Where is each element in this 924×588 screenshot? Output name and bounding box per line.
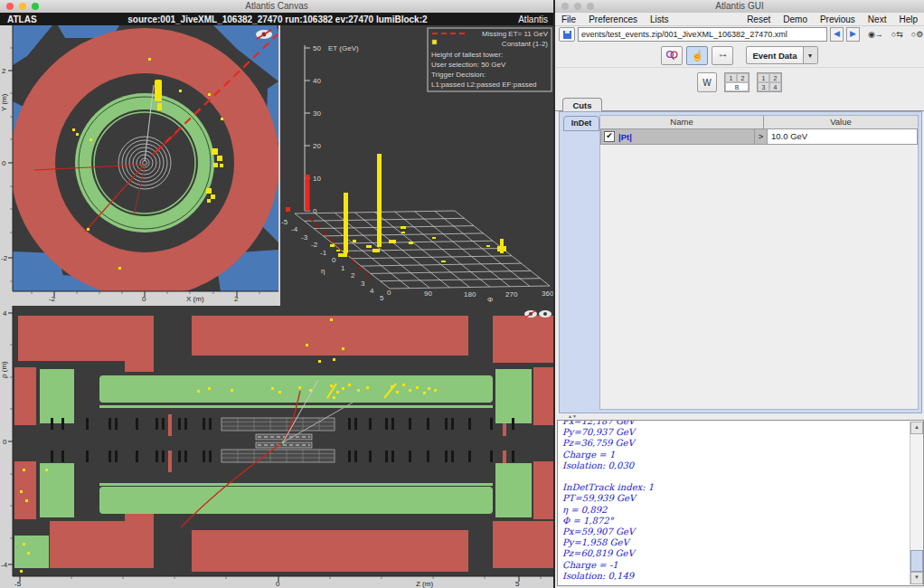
output-line: Pz=60,819 GeV	[562, 548, 907, 559]
minimize-icon[interactable]	[574, 3, 581, 10]
layout-cell: 1	[758, 73, 769, 82]
w-layout-button[interactable]: W	[697, 72, 717, 92]
layout-1-2-b-button[interactable]: 1 2 B	[724, 72, 750, 92]
event-loop-icon[interactable]: ○⇆	[891, 30, 903, 39]
pick-hand-tool-button[interactable]: ☝	[686, 46, 708, 65]
svg-text:Φ: Φ	[487, 296, 493, 304]
svg-text:20: 20	[313, 142, 321, 150]
scrollbar-thumb[interactable]	[910, 550, 923, 572]
atlas-label: ATLAS	[0, 14, 37, 24]
close-icon[interactable]	[561, 3, 569, 10]
mode-dropdown-label: Event Data	[747, 51, 802, 61]
svg-text:-4: -4	[291, 225, 298, 233]
menu-demo[interactable]: Demo	[777, 14, 814, 24]
magnifier-icon	[665, 50, 678, 61]
mode-dropdown[interactable]: Event Data ▼	[746, 46, 817, 64]
sync-cursor-icon: ⊶	[719, 52, 726, 60]
output-line: Φ = 1,872°	[562, 516, 907, 526]
event-source-info: source:001_JiveXML_106382_27470 run:1063…	[37, 14, 519, 24]
svg-text:L1:passed L2:passed EF:passed: L1:passed L2:passed EF:passed	[431, 81, 537, 89]
svg-text:-5: -5	[14, 580, 22, 588]
layout-cell: 1	[725, 73, 737, 82]
cut-operator-cell: >	[755, 129, 768, 145]
scroll-up-icon[interactable]: ▲	[910, 422, 923, 434]
svg-text:Y (m): Y (m)	[0, 93, 8, 111]
svg-text:Missing ET= 11 GeV: Missing ET= 11 GeV	[482, 30, 549, 38]
cut-value-field[interactable]: 10.0 GeV	[768, 129, 918, 145]
maximize-icon[interactable]	[587, 3, 594, 10]
menu-lists[interactable]: Lists	[644, 14, 675, 24]
event-file-path-field[interactable]: events/test_events.zip/001_JiveXML_10638…	[578, 27, 827, 42]
atlantis-label: Atlantis	[518, 14, 553, 24]
pt-cut-checkbox[interactable]: ✔	[604, 131, 615, 142]
svg-text:40: 40	[313, 77, 321, 85]
output-line	[562, 582, 907, 586]
svg-text:User selection: 50 GeV: User selection: 50 GeV	[431, 61, 506, 69]
svg-text:0: 0	[332, 256, 336, 264]
save-button[interactable]	[559, 27, 575, 42]
gui-traffic-lights[interactable]	[561, 3, 594, 10]
svg-text:-2: -2	[49, 295, 56, 303]
scroll-down-icon[interactable]: ▼	[910, 572, 923, 584]
svg-text:Constant (1-2): Constant (1-2)	[502, 40, 548, 48]
svg-text:-3: -3	[301, 233, 308, 242]
minimize-icon[interactable]	[19, 3, 26, 10]
column-name: Name	[600, 116, 764, 128]
canvas-titlebar[interactable]: Atlantis Canvas	[0, 0, 553, 14]
chevron-down-icon[interactable]: ▼	[803, 47, 817, 63]
svg-text:10: 10	[313, 175, 321, 183]
layout-cell: B	[725, 82, 749, 91]
lego-plot-view[interactable]: 50 ET (GeV) 40 30 20 10 0 -5 -4 -3 -2 -1…	[278, 25, 553, 306]
output-line: Px=59,907 GeV	[562, 526, 907, 537]
et-tower-2	[377, 154, 382, 247]
canvas-window: Atlantis Canvas ATLAS source:001_JiveXML…	[0, 0, 553, 588]
svg-text:3: 3	[361, 280, 365, 288]
event-step-icon[interactable]: ◉→	[868, 30, 883, 39]
output-line: Py=1,958 GeV	[562, 537, 907, 548]
menu-file[interactable]: File	[555, 14, 582, 24]
previous-event-button[interactable]: ◀	[830, 27, 844, 42]
svg-text:Trigger Decision:: Trigger Decision:	[431, 71, 486, 79]
svg-text:0: 0	[2, 159, 6, 167]
xy-projection-view[interactable]: 2 0 -2 Y (m) -2 0 2 X (m)	[0, 25, 278, 306]
menu-reset[interactable]: Reset	[740, 14, 777, 24]
event-header-bar: ATLAS source:001_JiveXML_106382_27470 ru…	[0, 13, 553, 25]
output-line: Isolation: 0,030	[562, 460, 907, 471]
panel-splitter[interactable]: ▲▼	[559, 413, 922, 420]
svg-text:0: 0	[3, 438, 7, 446]
traffic-lights[interactable]	[6, 3, 39, 10]
menu-help[interactable]: Help	[892, 14, 924, 24]
cut-name-cell: ✔ |Pt|	[600, 129, 755, 145]
gui-titlebar[interactable]: Atlantis GUI	[555, 0, 924, 14]
svg-text:X (m): X (m)	[186, 295, 204, 303]
maximize-icon[interactable]	[32, 3, 39, 10]
atlantis-application: Atlantis Canvas ATLAS source:001_JiveXML…	[0, 0, 924, 588]
xy-detector-graphics	[10, 25, 278, 298]
svg-text:-2: -2	[311, 241, 318, 249]
menu-previous[interactable]: Previous	[814, 14, 862, 24]
output-scrollbar[interactable]: ▲ ▼	[910, 422, 922, 584]
cuts-table: Name Value ✔ |Pt| > 10.0 GeV	[599, 115, 919, 410]
output-line: Px=12,187 GeV	[562, 420, 907, 427]
xy-visibility-eye-icon[interactable]	[256, 30, 272, 39]
svg-text:4: 4	[3, 309, 7, 318]
close-icon[interactable]	[6, 3, 14, 10]
cuts-table-header: Name Value	[600, 116, 918, 129]
svg-text:360: 360	[542, 289, 553, 298]
sync-tool-button[interactable]: ⊶	[712, 46, 733, 65]
svg-text:-4: -4	[1, 561, 8, 569]
output-line: Py=70,937 GeV	[562, 427, 907, 438]
rz-side-view[interactable]: 4 0 -4 ρ (m) -5 0 Z (m) 5	[0, 306, 553, 588]
tab-indet[interactable]: InDet	[563, 116, 599, 131]
svg-text:180: 180	[464, 290, 476, 299]
menu-next[interactable]: Next	[862, 14, 893, 24]
layout-cell: 4	[769, 82, 781, 91]
next-event-button[interactable]: ▶	[846, 27, 860, 42]
cut-row-pt[interactable]: ✔ |Pt| > 10.0 GeV	[600, 129, 918, 145]
output-line: PT=59,939 GeV	[562, 493, 907, 504]
layout-1-2-3-4-button[interactable]: 1 2 3 4	[757, 72, 782, 92]
zoom-tool-button[interactable]	[661, 46, 683, 65]
tab-cuts[interactable]: Cuts	[562, 98, 602, 112]
menu-preferences[interactable]: Preferences	[582, 14, 644, 24]
event-random-icon[interactable]: ○⚙	[911, 30, 924, 39]
